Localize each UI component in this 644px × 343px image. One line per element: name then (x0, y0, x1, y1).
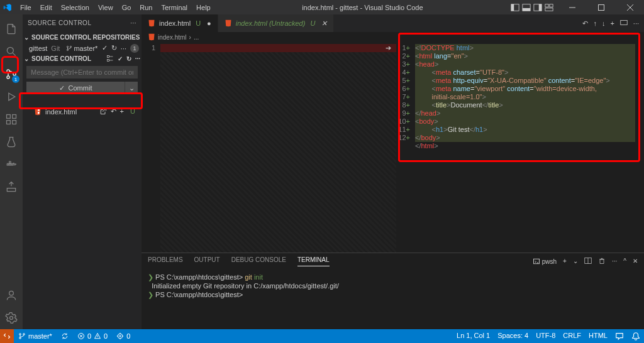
terminal-body[interactable]: ❯ PS C:\xampp\htdocs\gittest> git init I… (142, 269, 644, 303)
activity-run-debug[interactable] (0, 85, 23, 108)
stage-plus-icon[interactable]: + (120, 107, 124, 116)
tab-modified-dot[interactable]: ● (207, 19, 211, 27)
kill-terminal-icon[interactable] (598, 257, 606, 266)
menu-file[interactable]: File (16, 3, 35, 13)
panel-tab-problems[interactable]: PROBLEMS (148, 256, 183, 266)
toggle-secondary-sidebar-icon[interactable] (533, 3, 542, 12)
more-icon[interactable]: ··· (121, 45, 126, 52)
menu-edit[interactable]: Edit (36, 3, 56, 13)
menu-terminal[interactable]: Terminal (158, 3, 192, 13)
toggle-whitespace-icon[interactable] (619, 18, 628, 28)
status-sync[interactable] (57, 329, 73, 343)
repos-header[interactable]: ⌄ SOURCE CONTROL REPOSITORIES (23, 31, 142, 43)
breadcrumb-file: index.html (158, 34, 187, 41)
panel-tab-output[interactable]: OUTPUT (194, 256, 220, 266)
commit-message-input[interactable] (26, 66, 138, 79)
maximize-panel-icon[interactable]: ^ (623, 258, 626, 264)
remote-indicator[interactable] (0, 329, 14, 343)
svg-rect-27 (9, 161, 11, 163)
toggle-panel-icon[interactable] (522, 3, 531, 12)
diff-original-pane[interactable]: 1 ➔ (142, 42, 396, 253)
commit-dropdown[interactable]: ⌄ (125, 82, 138, 94)
activity-source-control[interactable]: 1 (0, 63, 23, 85)
terminal-shell-label[interactable]: pwsh (533, 258, 557, 265)
expand-diff-icon[interactable]: ➔ (382, 44, 394, 52)
more-icon[interactable]: ··· (130, 19, 136, 26)
status-branch[interactable]: master* (14, 329, 57, 343)
svg-rect-38 (533, 259, 539, 264)
close-panel-icon[interactable]: ✕ (633, 258, 638, 264)
activity-search[interactable] (0, 40, 23, 63)
activity-liveserver[interactable] (0, 176, 23, 199)
split-terminal-icon[interactable] (584, 257, 592, 266)
stage-plus-icon[interactable]: + (610, 19, 614, 27)
status-port[interactable]: 0 (112, 329, 135, 343)
html-file-icon (34, 108, 42, 116)
status-cursor[interactable]: Ln 1, Col 1 (453, 332, 494, 339)
terminal-dropdown-icon[interactable]: ⌄ (573, 258, 578, 264)
activity-settings[interactable] (0, 307, 23, 329)
activity-explorer[interactable] (0, 18, 23, 40)
more-icon[interactable]: ··· (612, 258, 617, 264)
svg-point-31 (67, 49, 69, 50)
customize-layout-icon[interactable] (545, 3, 553, 12)
menu-help[interactable]: Help (192, 3, 214, 13)
menu-go[interactable]: Go (118, 3, 135, 13)
svg-rect-22 (13, 115, 16, 119)
repo-row[interactable]: gittest Git master* ✓ ↻ ··· 1 (23, 43, 142, 53)
tab-status: U (310, 19, 315, 27)
status-problems[interactable]: 0 0 (73, 329, 112, 343)
activity-bar: 1 (0, 14, 23, 329)
refresh-icon[interactable]: ↻ (126, 55, 131, 62)
close-icon[interactable]: ✕ (321, 19, 327, 28)
tab-index-html[interactable]: index.html U ● (142, 14, 218, 32)
chevron-right-icon: › (189, 34, 191, 41)
commit-check-icon[interactable]: ✓ (118, 55, 123, 62)
tab-status: U (196, 19, 201, 27)
activity-extensions[interactable] (0, 108, 23, 131)
menu-view[interactable]: View (94, 3, 117, 13)
svg-point-41 (19, 334, 21, 335)
checkmark-icon[interactable]: ✓ (102, 44, 108, 52)
repo-changes-count: 1 (130, 44, 139, 53)
breadcrumb[interactable]: index.html › ... (142, 32, 644, 42)
sc-header[interactable]: ⌄ SOURCE CONTROL ✓ ↻ ··· (23, 53, 142, 64)
svg-rect-6 (545, 4, 548, 6)
status-eol[interactable]: CRLF (559, 332, 585, 339)
prev-change-icon[interactable]: ↶ (582, 19, 588, 28)
svg-rect-3 (523, 8, 530, 10)
menu-run[interactable]: Run (136, 3, 156, 13)
chevron-down-icon: ⌄ (129, 84, 135, 92)
toggle-primary-sidebar-icon[interactable] (511, 3, 519, 12)
status-encoding[interactable]: UTF-8 (532, 332, 559, 339)
status-language[interactable]: HTML (585, 332, 611, 339)
refresh-icon[interactable]: ↻ (111, 44, 117, 52)
status-spaces[interactable]: Spaces: 4 (494, 332, 532, 339)
menu-selection[interactable]: Selection (57, 3, 93, 13)
activity-testing[interactable] (0, 131, 23, 153)
sidebar: SOURCE CONTROL ··· ⌄ SOURCE CONTROL REPO… (23, 14, 142, 329)
branch-indicator[interactable]: master* (66, 45, 97, 52)
activity-docker[interactable] (0, 153, 23, 176)
arrow-down-icon[interactable]: ↓ (602, 19, 606, 27)
more-icon[interactable]: ··· (633, 19, 639, 27)
diff-modified-pane[interactable]: 1+ 2+ 3+ 4+ 5+ 6+ 7+ 8+ 9+ 10+ 11+ 12+ <… (396, 42, 644, 253)
open-file-icon[interactable] (99, 107, 107, 116)
activity-accounts[interactable] (0, 284, 23, 307)
arrow-up-icon[interactable]: ↑ (593, 19, 597, 27)
tab-index-html-untracked[interactable]: index.html (Untracked) U ✕ (218, 14, 335, 32)
maximize-button[interactable] (590, 1, 613, 14)
commit-button[interactable]: ✓ Commit (26, 82, 125, 94)
panel-tab-debug[interactable]: DEBUG CONSOLE (231, 256, 286, 266)
close-button[interactable] (619, 1, 641, 14)
discard-icon[interactable]: ↶ (111, 107, 116, 116)
status-feedback-icon[interactable] (611, 332, 628, 340)
new-terminal-icon[interactable]: + (563, 258, 567, 264)
minimize-button[interactable] (561, 1, 584, 14)
status-notifications-icon[interactable] (628, 332, 644, 340)
changed-file-row[interactable]: index.html ↶ + U (23, 106, 142, 118)
more-icon[interactable]: ··· (135, 55, 140, 62)
panel-tab-terminal[interactable]: TERMINAL (297, 256, 330, 266)
view-tree-icon[interactable] (106, 55, 114, 63)
breadcrumb-more: ... (194, 34, 199, 41)
